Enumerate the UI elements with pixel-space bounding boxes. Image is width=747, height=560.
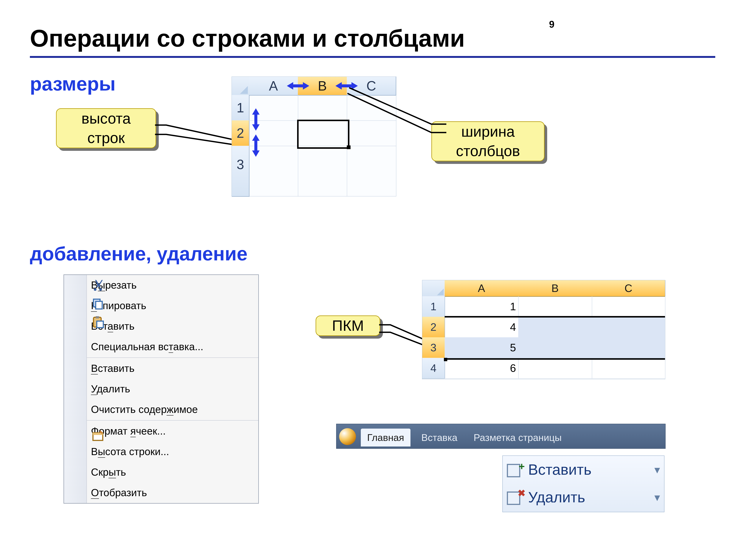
paste-icon [91, 316, 104, 329]
spreadsheet-selection: A B C 1 2 3 4 1 4 5 6 [422, 280, 665, 379]
row-header-2[interactable]: 2 [232, 121, 250, 146]
callout-rmb: ПКМ [316, 316, 380, 336]
svg-rect-5 [96, 301, 102, 309]
menu-insert[interactable]: Вставить [86, 358, 258, 379]
cell-C4[interactable] [592, 358, 665, 379]
scissors-icon [91, 278, 104, 291]
svg-rect-7 [96, 316, 99, 318]
resize-arrow-row-23 [251, 134, 260, 157]
cell-B4[interactable] [518, 358, 592, 379]
page-title: Операции со строками и столбцами [30, 24, 465, 52]
menu-hide[interactable]: Скрыть [86, 462, 258, 483]
selected-rows-frame [445, 316, 665, 360]
select-all-corner[interactable] [232, 77, 250, 96]
row2-3[interactable]: 3 [422, 337, 445, 358]
context-menu: Вырезать Копировать Вставить Специальная… [63, 274, 259, 504]
row2-4[interactable]: 4 [422, 358, 445, 379]
cell-A4[interactable]: 6 [445, 358, 519, 379]
ribbon-tabs: Главная Вставка Разметка страницы [336, 424, 666, 449]
dropdown-icon: ▾ [654, 491, 660, 504]
insert-cells-icon [507, 461, 524, 478]
row-header-1[interactable]: 1 [232, 95, 250, 121]
active-cell-B2[interactable] [297, 119, 350, 149]
menu-copy[interactable]: Копировать [86, 295, 258, 316]
copy-icon [91, 297, 104, 310]
resize-arrow-col-AB [287, 81, 309, 90]
tab-layout[interactable]: Разметка страницы [467, 429, 568, 447]
menu-delete[interactable]: Удалить [86, 379, 258, 399]
menu-show[interactable]: Отобразить [86, 483, 258, 503]
callout-col-width-l1: ширина [432, 122, 544, 141]
svg-marker-0 [287, 82, 309, 89]
menu-sep-1 [86, 357, 258, 358]
callout-rmb-label: ПКМ [316, 316, 380, 336]
svg-marker-3 [252, 134, 260, 157]
resize-arrow-row-12 [251, 108, 260, 131]
cell-B1[interactable] [518, 296, 592, 317]
col2-C[interactable]: C [592, 280, 665, 297]
svg-rect-8 [97, 321, 103, 328]
office-button-icon[interactable] [339, 428, 356, 445]
cell-A1[interactable]: 1 [445, 296, 519, 317]
fill-handle[interactable] [347, 145, 351, 149]
ribbon-insert-label: Вставить [528, 461, 591, 478]
callout-col-width: ширина столбцов [431, 121, 545, 161]
menu-format-cells[interactable]: Формат ячеек... [86, 421, 258, 442]
ribbon-cells-group: Вставить ▾ Удалить ▾ [503, 455, 665, 512]
dropdown-icon: ▾ [654, 463, 660, 476]
row-header-3[interactable]: 3 [232, 146, 250, 197]
col2-B[interactable]: B [518, 280, 592, 297]
section-addrem: добавление, удаление [30, 243, 248, 265]
menu-sep-2 [86, 420, 258, 421]
svg-marker-2 [252, 108, 260, 131]
menu-paste-special[interactable]: Специальная вставка... [86, 337, 258, 357]
callout-row-height-l1: высота [57, 109, 156, 128]
tab-insert[interactable]: Вставка [415, 429, 464, 447]
tab-home[interactable]: Главная [361, 429, 410, 447]
menu-cut[interactable]: Вырезать [86, 275, 258, 295]
cell-C1[interactable] [592, 296, 665, 317]
menu-paste[interactable]: Вставить [86, 316, 258, 337]
menu-row-height[interactable]: Высота строки... [86, 442, 258, 462]
section-sizes: размеры [30, 73, 115, 95]
ribbon-delete-button[interactable]: Удалить ▾ [503, 483, 664, 511]
ribbon-insert-button[interactable]: Вставить ▾ [503, 456, 664, 483]
title-rule [30, 56, 715, 58]
callout-row-height-l2: строк [57, 128, 156, 148]
context-menu-icon-strip [64, 275, 87, 503]
menu-clear[interactable]: Очистить содержимое [86, 399, 258, 420]
delete-cells-icon [507, 489, 524, 506]
pointer-col-width [347, 82, 446, 134]
ribbon-delete-label: Удалить [528, 489, 585, 506]
col2-A[interactable]: A [445, 280, 519, 297]
callout-row-height: высота строк [56, 108, 156, 148]
callout-col-width-l2: столбцов [432, 141, 544, 161]
select-all-corner-2[interactable] [422, 280, 445, 297]
format-icon [91, 429, 104, 443]
row2-2[interactable]: 2 [422, 317, 445, 338]
page-number: 9 [549, 19, 555, 30]
row2-1[interactable]: 1 [422, 296, 445, 317]
